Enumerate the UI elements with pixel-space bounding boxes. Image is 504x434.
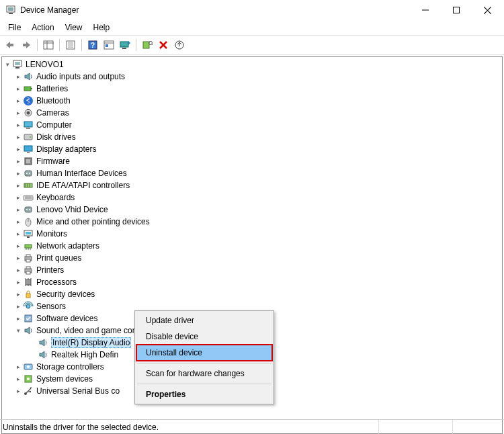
action-button[interactable]	[101, 38, 116, 52]
menu-view[interactable]: View	[60, 21, 88, 34]
chevron-right-icon[interactable]: ▸	[14, 363, 22, 371]
menu-item-scan-for-hardware-changes[interactable]: Scan for hardware changes	[136, 365, 272, 382]
chevron-right-icon[interactable]: ▸	[14, 302, 22, 310]
chevron-right-icon[interactable]: ▸	[14, 97, 22, 105]
tree-category[interactable]: ▸Printers	[2, 264, 502, 276]
maximize-button[interactable]	[441, 0, 472, 20]
software-icon	[23, 313, 34, 324]
tree-category[interactable]: ▸Audio inputs and outputs	[2, 71, 502, 83]
tree-category[interactable]: ▸Display adapters	[2, 143, 502, 155]
printer-icon	[23, 265, 34, 275]
chevron-right-icon[interactable]: ▸	[14, 375, 22, 383]
menubar: File Action View Help	[0, 20, 504, 35]
chevron-right-icon[interactable]: ▸	[14, 157, 22, 165]
tree-category[interactable]: ▸Batteries	[2, 83, 502, 95]
properties-button[interactable]	[63, 38, 78, 52]
chevron-right-icon[interactable]: ▸	[14, 278, 22, 286]
uninstall-button[interactable]	[156, 38, 171, 52]
chevron-right-icon[interactable]: ▸	[14, 169, 22, 177]
system-icon	[23, 374, 34, 384]
tree-category[interactable]: ▸Mice and other pointing devices	[2, 216, 502, 228]
chevron-right-icon[interactable]: ▸	[14, 193, 22, 202]
tree-category[interactable]: ▸Security devices	[2, 288, 502, 300]
ide-icon	[23, 180, 34, 191]
svg-rect-42	[24, 146, 32, 151]
menu-action[interactable]: Action	[26, 21, 59, 34]
mouse-icon	[23, 216, 34, 227]
menu-help[interactable]: Help	[88, 21, 116, 34]
chevron-right-icon[interactable]: ▸	[14, 387, 22, 395]
chevron-right-icon[interactable]: ▸	[14, 121, 22, 129]
sensor-icon	[23, 301, 34, 312]
firmware-icon	[23, 156, 34, 167]
chevron-right-icon[interactable]: ▸	[14, 230, 22, 238]
chevron-right-icon[interactable]: ▸	[14, 133, 22, 141]
monitor-icon	[23, 228, 34, 239]
show-hide-tree-button[interactable]	[41, 38, 56, 52]
svg-rect-40	[24, 134, 32, 140]
window-title: Device Manager	[20, 5, 79, 15]
minimize-button[interactable]	[410, 0, 441, 20]
svg-rect-39	[26, 128, 30, 129]
tree-category[interactable]: ▸Network adapters	[2, 240, 502, 252]
tree-category[interactable]: ▸Disk drives	[2, 131, 502, 143]
chevron-right-icon[interactable]: ▸	[14, 73, 22, 81]
nav-back-button[interactable]	[3, 38, 17, 52]
menu-item-update-driver[interactable]: Update driver	[136, 312, 272, 329]
nav-forward-button[interactable]	[19, 38, 34, 52]
tree-category[interactable]: ▸Cameras	[2, 107, 502, 119]
tree-category[interactable]: ▸Human Interface Devices	[2, 167, 502, 179]
chevron-down-icon[interactable]: ▾	[14, 327, 22, 335]
tree-category[interactable]: ▸Firmware	[2, 155, 502, 167]
svg-rect-81	[26, 294, 30, 298]
chevron-down-icon[interactable]: ▾	[3, 60, 11, 69]
chevron-right-icon[interactable]: ▸	[14, 206, 22, 214]
scan-hardware-button[interactable]	[140, 38, 155, 52]
close-button[interactable]	[472, 0, 503, 20]
tree-category-label: Firmware	[36, 157, 70, 166]
chevron-right-icon[interactable]: ▸	[14, 266, 22, 274]
svg-rect-9	[44, 41, 53, 49]
sound-icon	[38, 337, 48, 348]
tree-root-node[interactable]: ▾LENOVO1	[2, 58, 502, 71]
tree-category[interactable]: ▸Bluetooth	[2, 95, 502, 107]
chevron-right-icon[interactable]: ▸	[14, 242, 22, 250]
svg-rect-21	[120, 42, 128, 47]
svg-rect-69	[26, 255, 30, 257]
tree-category-label: Cameras	[36, 108, 69, 118]
tree-category[interactable]: ▸Monitors	[2, 228, 502, 240]
svg-rect-46	[25, 171, 32, 176]
svg-point-58	[29, 209, 30, 210]
menu-item-uninstall-device[interactable]: Uninstall device	[136, 345, 272, 361]
svg-rect-1	[8, 7, 13, 11]
tree-category[interactable]: ▸IDE ATA/ATAPI controllers	[2, 179, 502, 191]
chevron-right-icon[interactable]: ▸	[14, 181, 22, 189]
tree-category[interactable]: ▸Keyboards	[2, 191, 502, 204]
chevron-right-icon[interactable]: ▸	[14, 314, 22, 322]
menu-item-disable-device[interactable]: Disable device	[136, 329, 272, 345]
toolbar: ?	[0, 35, 504, 55]
menu-item-properties[interactable]: Properties	[136, 386, 272, 402]
help-button[interactable]: ?	[85, 38, 100, 52]
tree-category-label: Disk drives	[36, 132, 76, 142]
network-icon	[23, 241, 34, 251]
chevron-right-icon[interactable]: ▸	[14, 145, 22, 153]
menu-file[interactable]: File	[3, 21, 26, 34]
chevron-right-icon[interactable]: ▸	[14, 218, 22, 226]
svg-rect-38	[24, 122, 32, 127]
chevron-right-icon[interactable]: ▸	[14, 85, 22, 93]
svg-rect-62	[26, 232, 31, 234]
chevron-right-icon[interactable]: ▸	[14, 109, 22, 117]
tree-category[interactable]: ▸Processors	[2, 276, 502, 288]
tree-category[interactable]: ▸Print queues	[2, 252, 502, 264]
chevron-right-icon[interactable]: ▸	[14, 254, 22, 262]
disk-icon	[23, 132, 34, 142]
chevron-right-icon[interactable]: ▸	[14, 290, 22, 298]
svg-rect-23	[143, 42, 149, 48]
update-driver-button[interactable]	[172, 38, 187, 52]
computer-action-button[interactable]	[118, 38, 132, 52]
svg-rect-43	[27, 152, 30, 153]
menu-separator	[137, 384, 271, 384]
tree-category[interactable]: ▸Computer	[2, 119, 502, 131]
tree-category[interactable]: ▸Lenovo Vhid Device	[2, 204, 502, 216]
